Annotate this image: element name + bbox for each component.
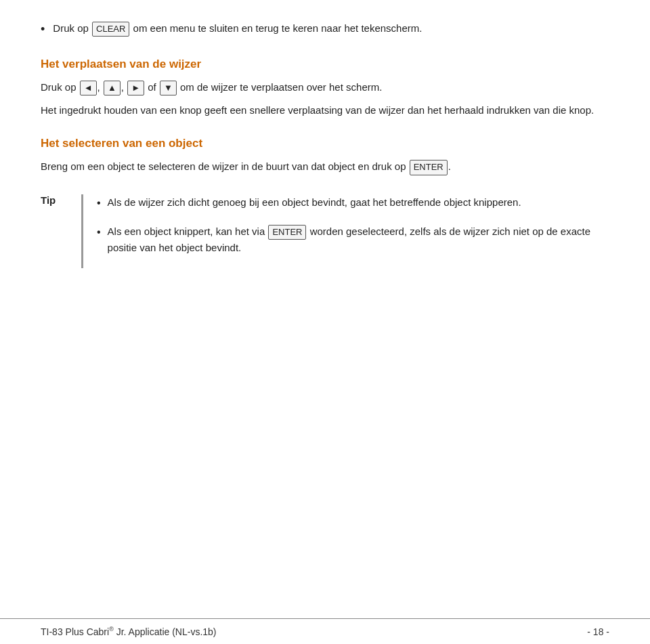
trademark-symbol: ® [109, 626, 114, 632]
intro-text: Druk op CLEAR om een menu te sluiten en … [53, 20, 422, 37]
tip-bullet-dot-2: • [97, 224, 101, 241]
arrow-left-key: ◄ [80, 81, 97, 95]
tip-bullet-text-1: Als de wijzer zich dicht genoeg bij een … [108, 194, 521, 210]
tip-bullet-2: • Als een object knippert, kan het via E… [97, 223, 609, 255]
arrow-up-key: ▲ [104, 81, 121, 95]
enter-key-selecteren: ENTER [410, 160, 448, 175]
intro-bullet: • Druk op CLEAR om een menu te sluiten e… [41, 20, 609, 39]
selecteren-heading: Het selecteren van een object [41, 137, 609, 150]
tip-bullet-1: • Als de wijzer zich dicht genoeg bij ee… [97, 194, 609, 212]
footer-left: TI-83 Plus Cabri® Jr. Applicatie (NL-vs.… [41, 626, 217, 637]
tip-bullet-dot-1: • [97, 195, 101, 212]
enter-key-tip: ENTER [268, 225, 306, 240]
section-verplaatsen: Het verplaatsen van de wijzer Druk op ◄,… [41, 58, 609, 118]
arrow-right-key: ► [127, 81, 144, 95]
verplaatsen-para1: Druk op ◄, ▲, ► of ▼ om de wijzer te ver… [41, 79, 609, 95]
footer-right: - 18 - [587, 626, 609, 637]
main-content: • Druk op CLEAR om een menu te sluiten e… [0, 0, 650, 618]
section-selecteren: Het selecteren van een object Breng om e… [41, 137, 609, 175]
clear-key: CLEAR [92, 22, 129, 37]
tip-bullet-text-2: Als een object knippert, kan het via ENT… [108, 223, 609, 255]
tip-block: Tip • Als de wijzer zich dicht genoeg bi… [41, 194, 609, 268]
verplaatsen-heading: Het verplaatsen van de wijzer [41, 58, 609, 71]
footer: TI-83 Plus Cabri® Jr. Applicatie (NL-vs.… [0, 618, 650, 644]
selecteren-para1: Breng om een object te selecteren de wij… [41, 158, 609, 175]
tip-label: Tip [41, 194, 81, 206]
verplaatsen-para2: Het ingedrukt houden van een knop geeft … [41, 102, 609, 118]
bullet-dot: • [41, 20, 45, 39]
tip-content: • Als de wijzer zich dicht genoeg bij ee… [81, 194, 609, 268]
arrow-down-key: ▼ [160, 81, 177, 95]
